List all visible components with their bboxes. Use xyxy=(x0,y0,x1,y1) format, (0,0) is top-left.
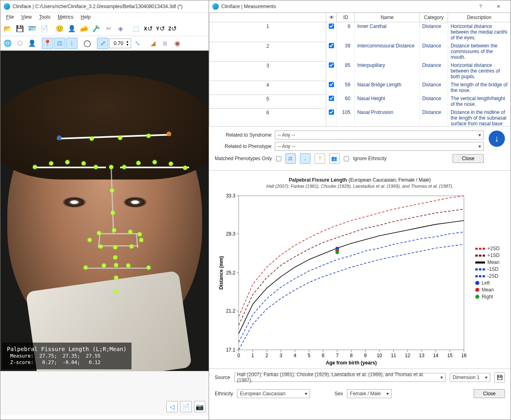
meas-titlebar[interactable]: Cliniface | Measurements ? ✕ xyxy=(209,0,511,13)
svg-text:1: 1 xyxy=(251,353,254,358)
bars-icon[interactable]: ⫼ xyxy=(160,38,171,49)
people-icon[interactable]: 👥 xyxy=(329,153,340,164)
ignore-checkbox[interactable] xyxy=(344,156,349,161)
table-row[interactable]: 560Nasal HeightDistanceThe vertical leng… xyxy=(209,94,511,108)
pdf-icon[interactable]: 📄 xyxy=(39,23,50,34)
outline-icon[interactable]: 👤 xyxy=(26,38,38,49)
razor-icon[interactable]: 🪒 xyxy=(91,23,102,34)
triangle-icon[interactable]: ◢ xyxy=(147,38,159,49)
axis-x-icon[interactable]: X↺ xyxy=(142,23,154,34)
table-row[interactable]: 459Nasal Bridge LengthDistanceThe length… xyxy=(209,81,511,94)
axis-z-icon[interactable]: Z↺ xyxy=(167,23,178,34)
phenotype-select[interactable]: -- Any --▾ xyxy=(275,142,484,151)
face-side-icon[interactable]: 👤 xyxy=(66,23,78,34)
filters-panel: Related to Syndrome -- Any --▾ Related t… xyxy=(209,126,511,171)
svg-text:21.2: 21.2 xyxy=(226,308,236,314)
sex-select[interactable]: Female / Male▾ xyxy=(347,389,392,398)
svg-text:0: 0 xyxy=(237,353,240,358)
pin-icon[interactable]: 📍 xyxy=(42,38,53,49)
table-row[interactable]: 18Inner CanthalDistanceHorizontal distan… xyxy=(209,22,511,42)
svg-text:2: 2 xyxy=(265,353,268,358)
svg-text:33.3: 33.3 xyxy=(226,193,236,199)
apply-down-icon[interactable]: ↓ xyxy=(489,131,505,147)
close-icon[interactable]: ✕ xyxy=(489,1,507,12)
app-icon xyxy=(212,3,219,10)
table-row[interactable]: 385InterpupillaryDistanceHorizontal dist… xyxy=(209,61,511,81)
help-icon[interactable]: ? xyxy=(472,1,489,12)
globe-icon[interactable]: 🌐 xyxy=(2,38,13,49)
ethnicity-select[interactable]: European Caucasian▾ xyxy=(237,389,310,398)
chevron-down-icon: ▾ xyxy=(305,391,307,396)
syndrome-select[interactable]: -- Any --▾ xyxy=(275,131,484,139)
sex-label: Sex xyxy=(334,391,343,396)
table-row[interactable]: 6105Nasal ProtrusionDistanceDistance in … xyxy=(209,108,511,126)
svg-text:5: 5 xyxy=(308,353,310,358)
card-icon[interactable]: 🪪 xyxy=(26,23,38,34)
svg-point-49 xyxy=(335,251,339,254)
prev-icon[interactable]: ◁ xyxy=(166,401,178,412)
expand-icon[interactable]: ⤢ xyxy=(97,38,108,49)
chevron-down-icon: ▾ xyxy=(479,132,481,138)
svg-text:11: 11 xyxy=(391,353,397,358)
svg-text:8: 8 xyxy=(350,353,353,358)
camera-icon[interactable]: 📷 xyxy=(194,401,205,412)
axis-y-icon[interactable]: Y↺ xyxy=(155,23,166,34)
toolbar-2: 🌐 ⬡ 👤 📍 ⚖ ⟊ ◯ ⤢ ▲▼ ⤡ ◢ ⫼ ◉ xyxy=(0,36,209,51)
menu-help[interactable]: Help xyxy=(78,13,94,21)
bottom-bar-2: Ethnicity European Caucasian▾ Sex Female… xyxy=(209,386,511,401)
open-icon[interactable]: 📂 xyxy=(2,23,13,34)
bottom-close-button[interactable]: Close xyxy=(474,389,505,398)
calipers-icon[interactable]: ⟊ xyxy=(66,38,78,49)
svg-text:Age from birth (years): Age from birth (years) xyxy=(326,360,377,366)
svg-text:25.2: 25.2 xyxy=(226,270,236,276)
status-area: ◁ 📄 📷 xyxy=(0,371,209,416)
syndrome-label: Related to Syndrome xyxy=(215,132,272,138)
face-front-icon[interactable]: 🙂 xyxy=(54,23,65,34)
svg-text:17.1: 17.1 xyxy=(226,347,236,353)
bottom-bar: Source Hall (2007); Farkas (1981), Chouk… xyxy=(209,369,511,386)
svg-text:7: 7 xyxy=(336,353,339,358)
filters-close-button[interactable]: Close xyxy=(453,154,484,163)
menu-view[interactable]: View xyxy=(18,13,35,21)
menu-metrics[interactable]: Metrics xyxy=(54,13,77,21)
save-chart-icon[interactable]: 💾 xyxy=(494,372,505,383)
scalpel-icon[interactable]: ✂ xyxy=(103,23,114,34)
svg-text:Distance (mm): Distance (mm) xyxy=(218,256,224,290)
source-select[interactable]: Hall (2007); Farkas (1981), Chouke (1929… xyxy=(234,373,446,382)
curve-filter-icon[interactable]: ⦦ xyxy=(300,153,310,164)
save-icon[interactable]: 💾 xyxy=(14,23,26,34)
main-window: Cliniface | C:/Users/riche/Cliniface_3.2… xyxy=(0,0,209,420)
frame-icon[interactable]: ⬚ xyxy=(130,23,142,34)
source-label: Source xyxy=(215,375,230,380)
svg-text:9: 9 xyxy=(364,353,367,358)
cheese-icon[interactable]: 🧀 xyxy=(78,23,90,34)
chevron-down-icon: ▾ xyxy=(440,375,443,380)
svg-text:16: 16 xyxy=(461,353,467,358)
mesh-icon[interactable]: ⬡ xyxy=(14,38,26,49)
svg-text:14: 14 xyxy=(433,353,439,358)
svg-text:3: 3 xyxy=(280,353,282,358)
chart-panel: Palpebral Fissure Length (European Cauca… xyxy=(209,171,511,369)
svg-text:4: 4 xyxy=(293,353,296,358)
dimension-select[interactable]: Dimension 1▾ xyxy=(450,373,490,382)
chart-title: Palpebral Fissure Length (European Cauca… xyxy=(216,176,503,183)
spin-value[interactable]: ▲▼ xyxy=(109,39,131,48)
add-page-icon[interactable]: 📄 xyxy=(180,401,192,412)
menu-tools[interactable]: Tools xyxy=(36,13,54,21)
scales-icon[interactable]: ⚖ xyxy=(54,38,65,49)
gauge-icon[interactable]: ◉ xyxy=(172,38,183,49)
hud-overlay: Palpebral Fissure Length (L;R;Mean) Meas… xyxy=(2,343,132,369)
chart-plot[interactable]: 01234567891011121314151617.121.225.229.3… xyxy=(216,192,500,366)
table-scroll[interactable]: 👁IDNameCategoryDescription18Inner Cantha… xyxy=(209,13,511,126)
main-titlebar[interactable]: Cliniface | C:/Users/riche/Cliniface_3.2… xyxy=(0,0,209,13)
chart-source: Hall (2007); Farkas (1981), Chouke (1929… xyxy=(216,184,503,189)
viewport-3d[interactable]: Palpebral Fissure Length (L;R;Mean) Meas… xyxy=(0,51,209,371)
table-row[interactable]: 239Intercommissural DistanceDistanceDist… xyxy=(209,42,511,61)
gem-icon[interactable]: ◈ xyxy=(115,23,126,34)
scales-filter-icon[interactable]: ⚖ xyxy=(285,153,296,164)
lasso-icon[interactable]: ◯ xyxy=(82,38,93,49)
resize-icon[interactable]: ⤡ xyxy=(132,38,143,49)
matched-checkbox[interactable] xyxy=(276,156,281,161)
warning-icon[interactable]: ? xyxy=(315,153,325,164)
menu-file[interactable]: File xyxy=(3,13,17,21)
